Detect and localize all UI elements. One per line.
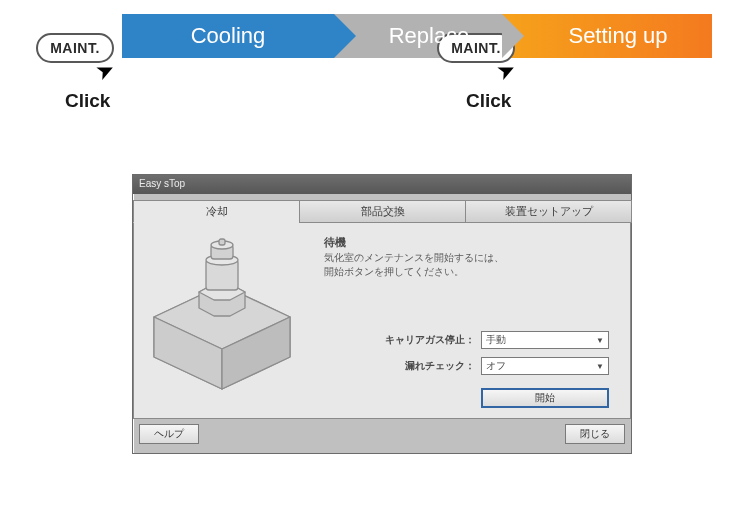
chevron-down-icon: ▼	[596, 362, 604, 371]
button-label: 閉じる	[580, 427, 610, 441]
close-button[interactable]: 閉じる	[565, 424, 625, 444]
chevron-down-icon: ▼	[596, 336, 604, 345]
carrier-gas-row: キャリアガス停止： 手動 ▼	[385, 331, 609, 349]
tab-label: 冷却	[206, 204, 228, 219]
svg-rect-10	[219, 239, 225, 245]
step-setting-up: Setting up	[502, 14, 712, 58]
button-label: ヘルプ	[154, 427, 184, 441]
tab-setup[interactable]: 装置セットアップ	[465, 200, 632, 223]
start-button[interactable]: 開始	[481, 388, 609, 408]
instruction-heading: 待機	[324, 235, 346, 250]
leak-check-label: 漏れチェック：	[385, 359, 475, 373]
step-label: Cooling	[191, 23, 266, 49]
tab-replace-parts[interactable]: 部品交換	[299, 200, 466, 223]
dialog-titlebar: Easy sTop	[133, 175, 631, 194]
tab-label: 装置セットアップ	[505, 204, 593, 219]
click-label-2: Click	[466, 90, 511, 112]
help-button[interactable]: ヘルプ	[139, 424, 199, 444]
leak-check-row: 漏れチェック： オフ ▼	[385, 357, 609, 375]
vaporizer-illustration	[144, 237, 299, 397]
instruction-line: 開始ボタンを押してください。	[324, 265, 464, 279]
dialog-bottom-bar: ヘルプ 閉じる	[133, 421, 631, 447]
select-value: 手動	[486, 333, 506, 347]
cursor-icon: ➤	[492, 55, 519, 86]
button-label: 開始	[535, 391, 555, 405]
click-label-1: Click	[65, 90, 110, 112]
leak-check-select[interactable]: オフ ▼	[481, 357, 609, 375]
cursor-icon: ➤	[91, 55, 118, 86]
step-cooling: Cooling	[122, 14, 334, 58]
maint-label: MAINT.	[50, 40, 100, 56]
carrier-gas-label: キャリアガス停止：	[385, 333, 475, 347]
tab-bar: 冷却 部品交換 装置セットアップ	[133, 200, 631, 223]
select-value: オフ	[486, 359, 506, 373]
carrier-gas-select[interactable]: 手動 ▼	[481, 331, 609, 349]
panel: 待機 気化室のメンテナンスを開始するには、 開始ボタンを押してください。 キャリ…	[133, 223, 631, 419]
tab-cooling[interactable]: 冷却	[133, 200, 300, 223]
tab-label: 部品交換	[361, 204, 405, 219]
easy-stop-dialog: Easy sTop 冷却 部品交換 装置セットアップ	[132, 174, 632, 454]
process-flow: Cooling Replace Setting up	[122, 14, 712, 58]
dialog-title: Easy sTop	[139, 178, 185, 189]
step-label: Replace	[389, 23, 470, 49]
step-label: Setting up	[568, 23, 667, 49]
instruction-line: 気化室のメンテナンスを開始するには、	[324, 251, 504, 265]
